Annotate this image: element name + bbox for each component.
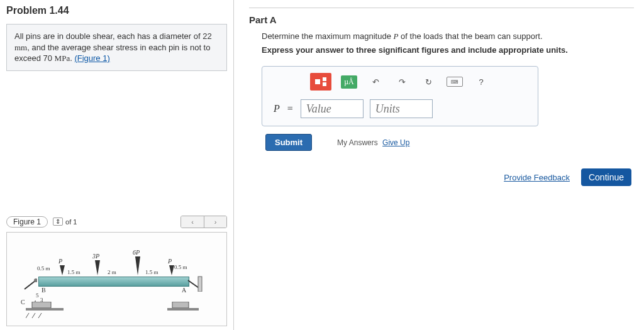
part-a-prompt: Determine the maximum magnitude P of the…	[262, 31, 634, 41]
svg-rect-4	[32, 302, 51, 308]
value-input[interactable]	[301, 99, 364, 118]
load-arrow-p1	[60, 265, 65, 275]
desc-unit-1: mm	[14, 43, 27, 52]
svg-line-7	[32, 313, 35, 318]
answer-toolbar: µÅ ↶ ↷ ↻ ⌨ ?	[270, 73, 530, 91]
svg-rect-3	[198, 277, 202, 292]
help-icon: ?	[479, 77, 483, 87]
figure-next-button[interactable]: ›	[204, 216, 226, 228]
continue-button[interactable]: Continue	[581, 168, 631, 186]
prompt-pre: Determine the maximum magnitude	[262, 31, 394, 41]
base-right	[167, 302, 199, 319]
figure-selector[interactable]: ⇕ of 1	[53, 217, 77, 226]
svg-line-0	[25, 280, 36, 289]
problem-title: Problem 1.44	[6, 3, 227, 24]
figure-link[interactable]: (Figure 1)	[74, 53, 109, 63]
label-p2: P	[168, 258, 172, 265]
figure-nav: ‹ ›	[180, 216, 227, 228]
answer-links: My Answers Give Up	[337, 138, 409, 147]
load-arrow-p2	[169, 265, 174, 275]
label-c: C	[21, 299, 25, 305]
dim-2: 2 m	[108, 269, 116, 275]
support-left	[18, 272, 37, 290]
figure-tab[interactable]: Figure 1	[6, 216, 48, 228]
label-a: A	[182, 287, 186, 294]
svg-rect-10	[167, 308, 199, 311]
label-p1: P	[58, 258, 62, 265]
label-3p: 3P	[92, 253, 99, 260]
load-arrow-3p	[95, 260, 100, 275]
prompt-post: of the loads that the beam can support.	[398, 31, 542, 41]
beam-graphic	[38, 277, 189, 287]
undo-button[interactable]: ↶	[367, 74, 384, 90]
answer-lhs: P	[274, 103, 280, 114]
units-button[interactable]: µÅ	[340, 74, 358, 90]
figure-prev-button[interactable]: ‹	[181, 216, 204, 228]
my-answers-label: My Answers	[337, 138, 378, 147]
label-6p: 6P	[133, 249, 140, 256]
desc-text-2: , and the average shear stress in each p…	[14, 43, 210, 63]
dim-left-p: 0.5 m	[37, 265, 50, 272]
base-left	[26, 302, 64, 319]
figure-of-label: of 1	[65, 218, 77, 226]
units-input[interactable]	[370, 99, 433, 118]
reset-button[interactable]: ↻	[419, 74, 437, 90]
answer-input-row: P =	[270, 98, 530, 119]
reset-icon: ↻	[425, 77, 432, 87]
figure-sel-icon: ⇕	[53, 217, 63, 226]
dim-1: 1.5 m	[67, 269, 80, 275]
figure-toolbar: Figure 1 ⇕ of 1 ‹ ›	[6, 216, 227, 228]
label-b: B	[42, 287, 46, 294]
svg-line-6	[26, 313, 29, 318]
desc-unit-2: MPa	[55, 53, 70, 63]
answer-box: µÅ ↶ ↷ ↻ ⌨ ? P =	[262, 66, 538, 126]
units-icon-label: µÅ	[341, 75, 357, 89]
dim-3: 1.5 m	[145, 269, 158, 275]
help-button[interactable]: ?	[472, 74, 490, 90]
svg-rect-5	[26, 308, 64, 311]
redo-icon: ↷	[399, 77, 406, 87]
provide-feedback-link[interactable]: Provide Feedback	[504, 173, 570, 182]
keyboard-button[interactable]: ⌨	[446, 74, 464, 90]
svg-rect-9	[172, 302, 189, 308]
gear-5: 5	[36, 292, 39, 299]
support-right	[187, 275, 203, 292]
load-arrow-6p	[135, 256, 140, 275]
redo-button[interactable]: ↷	[393, 74, 411, 90]
give-up-link[interactable]: Give Up	[382, 138, 409, 147]
undo-icon: ↶	[372, 77, 379, 87]
problem-description: All pins are in double shear, each has a…	[6, 24, 227, 71]
keyboard-icon: ⌨	[447, 77, 463, 87]
answer-eq: =	[287, 103, 293, 114]
part-a-heading: Part A	[249, 13, 634, 31]
submit-button[interactable]: Submit	[265, 134, 312, 151]
dim-4: 0.5 m	[174, 264, 187, 270]
figure-panel: P 3P 6P P 0.5 m 1.5 m 2 m 1.5 m 0.5 m B …	[6, 232, 227, 326]
desc-text-1: All pins are in double shear, each has a…	[14, 31, 212, 41]
template-button[interactable]	[310, 73, 331, 91]
svg-line-8	[38, 313, 42, 318]
part-a-instruction: Express your answer to three significant…	[262, 45, 634, 55]
